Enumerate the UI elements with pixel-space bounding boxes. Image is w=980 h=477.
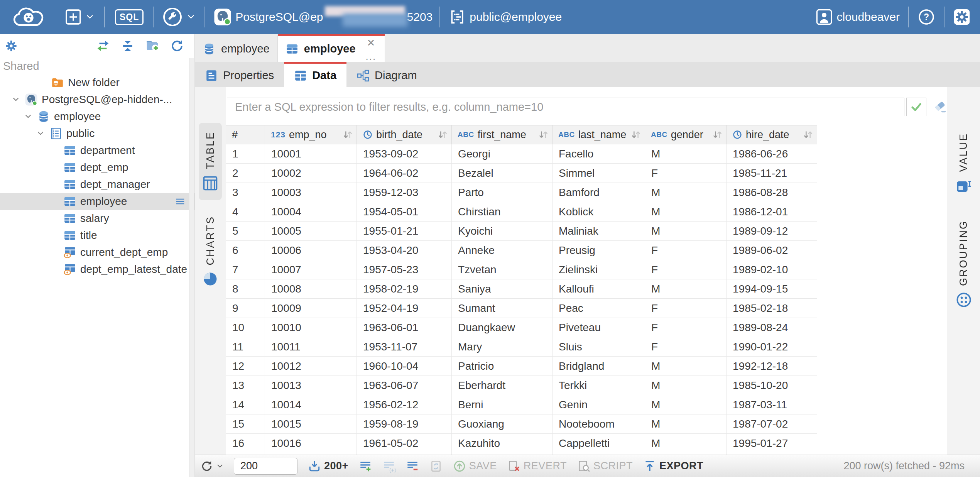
- grid-cell[interactable]: M: [645, 222, 727, 241]
- grid-cell[interactable]: 1989-08-24: [727, 318, 817, 337]
- auto-refresh-button[interactable]: [429, 460, 443, 473]
- grid-cell[interactable]: 10015: [265, 414, 357, 434]
- tree-item-public[interactable]: public: [0, 125, 194, 142]
- grid-cell[interactable]: 10011: [265, 337, 357, 357]
- tree-item-PostgreSQL@ep-hidden-...[interactable]: PostgreSQL@ep-hidden-...: [0, 91, 194, 108]
- sidebar-scrollbar[interactable]: [189, 58, 194, 477]
- user-menu[interactable]: cloudbeaver: [815, 8, 900, 26]
- navigator-settings-button gear-icon[interactable]: [4, 39, 19, 53]
- tree-item-employee[interactable]: employee: [0, 108, 194, 125]
- revert-button[interactable]: REVERT: [507, 460, 567, 473]
- delete-row-button[interactable]: [406, 460, 419, 473]
- grid-cell[interactable]: 10012: [265, 357, 357, 376]
- grid-cell[interactable]: 1986-06-26: [727, 144, 817, 164]
- sync-connection-icon[interactable]: [96, 39, 110, 53]
- grid-cell[interactable]: 10013: [265, 376, 357, 395]
- row-number-cell[interactable]: 12: [226, 357, 265, 376]
- grid-cell[interactable]: Parto: [452, 183, 553, 202]
- grid-cell[interactable]: Maliniak: [553, 222, 645, 241]
- grid-cell[interactable]: 1959-12-03: [357, 183, 452, 202]
- grid-cell[interactable]: Peac: [553, 299, 645, 318]
- grid-cell[interactable]: Saniya: [452, 279, 553, 299]
- panel-tab-charts[interactable]: CHARTS: [199, 207, 222, 296]
- grid-cell[interactable]: Genin: [553, 395, 645, 414]
- grid-cell[interactable]: 1963-06-01: [357, 318, 452, 337]
- tab-properties[interactable]: Properties: [195, 62, 284, 87]
- help-button[interactable]: ?: [917, 8, 935, 26]
- new-folder-icon[interactable]: [145, 39, 160, 53]
- grid-cell[interactable]: 1964-06-02: [357, 164, 452, 183]
- schema-selector[interactable]: public@employee: [449, 8, 562, 25]
- editor-tab-employee[interactable]: employee: [195, 34, 278, 62]
- grid-cell[interactable]: 1989-06-02: [727, 241, 817, 260]
- grid-cell[interactable]: M: [645, 144, 727, 164]
- grid-cell[interactable]: 10005: [265, 222, 357, 241]
- grid-cell[interactable]: Kyoichi: [452, 222, 553, 241]
- tree-item-dept_emp_latest_date[interactable]: dept_emp_latest_date: [0, 261, 194, 278]
- apply-filter-button[interactable]: [906, 98, 926, 116]
- grid-cell[interactable]: M: [645, 357, 727, 376]
- row-number-cell[interactable]: 11: [226, 337, 265, 357]
- editor-tab-employee[interactable]: employee✕...: [278, 34, 385, 62]
- fetch-more-button[interactable]: 200+: [308, 460, 348, 473]
- grid-cell[interactable]: 10004: [265, 202, 357, 222]
- grid-cell[interactable]: M: [645, 395, 727, 414]
- row-number-cell[interactable]: 15: [226, 414, 265, 434]
- grid-cell[interactable]: F: [645, 260, 727, 279]
- grid-cell[interactable]: 1959-08-19: [357, 414, 452, 434]
- grid-cell[interactable]: 1957-05-23: [357, 260, 452, 279]
- column-header-first_name[interactable]: ABCfirst_name: [452, 125, 553, 144]
- grid-cell[interactable]: M: [645, 183, 727, 202]
- grid-cell[interactable]: 1992-12-18: [727, 357, 817, 376]
- grid-cell[interactable]: Georgi: [452, 144, 553, 164]
- grid-cell[interactable]: 10008: [265, 279, 357, 299]
- grid-cell[interactable]: F: [645, 164, 727, 183]
- grid-cell[interactable]: Piveteau: [553, 318, 645, 337]
- grid-cell[interactable]: M: [645, 202, 727, 222]
- row-number-cell[interactable]: 9: [226, 299, 265, 318]
- grid-cell[interactable]: M: [645, 434, 727, 453]
- driver-tools-button[interactable]: [162, 7, 195, 27]
- grid-cell[interactable]: F: [645, 299, 727, 318]
- tree-item-dept_manager[interactable]: dept_manager: [0, 176, 194, 193]
- grid-cell[interactable]: 10002: [265, 164, 357, 183]
- grid-cell[interactable]: 10014: [265, 395, 357, 414]
- row-limit-input[interactable]: [234, 458, 297, 475]
- grid-cell[interactable]: 10006: [265, 241, 357, 260]
- clear-filter-button[interactable]: [933, 100, 947, 114]
- row-number-cell[interactable]: 14: [226, 395, 265, 414]
- grid-cell[interactable]: Koblick: [553, 202, 645, 222]
- refresh-button[interactable]: [200, 460, 223, 473]
- grid-cell[interactable]: 10003: [265, 183, 357, 202]
- grid-cell[interactable]: Zielinski: [553, 260, 645, 279]
- grid-cell[interactable]: Bridgland: [553, 357, 645, 376]
- grid-cell[interactable]: 1987-07-02: [727, 414, 817, 434]
- grid-cell[interactable]: Bamford: [553, 183, 645, 202]
- open-sql-editor-button[interactable]: SQL: [115, 9, 144, 25]
- row-number-cell[interactable]: 8: [226, 279, 265, 299]
- grid-cell[interactable]: 10010: [265, 318, 357, 337]
- grid-cell[interactable]: F: [645, 318, 727, 337]
- grid-cell[interactable]: 1985-11-21: [727, 164, 817, 183]
- grid-cell[interactable]: 1994-09-15: [727, 279, 817, 299]
- grid-cell[interactable]: 10007: [265, 260, 357, 279]
- grid-cell[interactable]: Eberhardt: [452, 376, 553, 395]
- grid-cell[interactable]: 1956-02-12: [357, 395, 452, 414]
- grid-cell[interactable]: 1987-03-11: [727, 395, 817, 414]
- tree-item-employee[interactable]: employee: [0, 193, 194, 210]
- save-button[interactable]: SAVE: [453, 460, 497, 473]
- tree-item-current_dept_emp[interactable]: current_dept_emp: [0, 244, 194, 261]
- grid-cell[interactable]: Guoxiang: [452, 414, 553, 434]
- grid-cell[interactable]: 1953-11-07: [357, 337, 452, 357]
- more-icon[interactable]: ...: [366, 53, 377, 59]
- grid-cell[interactable]: Sumant: [452, 299, 553, 318]
- row-number-cell[interactable]: 16: [226, 434, 265, 453]
- grid-cell[interactable]: 1958-02-19: [357, 279, 452, 299]
- column-header-emp_no[interactable]: 123emp_no: [265, 125, 357, 144]
- grid-cell[interactable]: 1960-10-04: [357, 357, 452, 376]
- grid-cell[interactable]: Bezalel: [452, 164, 553, 183]
- grid-cell[interactable]: F: [645, 241, 727, 260]
- grid-cell[interactable]: Preusig: [553, 241, 645, 260]
- row-number-cell[interactable]: 1: [226, 144, 265, 164]
- row-number-cell[interactable]: 6: [226, 241, 265, 260]
